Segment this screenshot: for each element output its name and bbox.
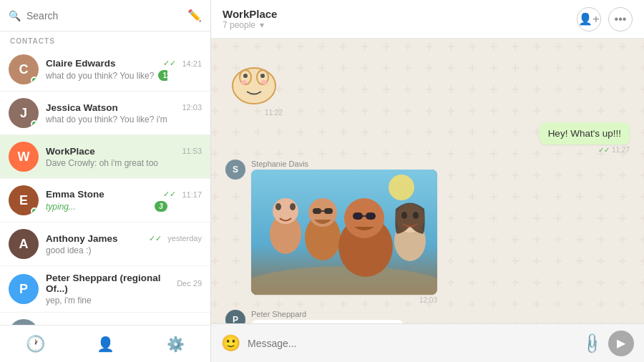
contact-list: CClaire Edwards✓✓14:21what do you think?… [0, 48, 210, 325]
contact-info: WorkPlace11:53Dave Crowly: oh i'm great … [46, 146, 202, 168]
contact-info: Emma Stone✓✓11:17typing...3 [46, 189, 202, 212]
chat-subtitle[interactable]: 7 people ▾ [223, 20, 277, 30]
send-button[interactable]: ▶ [608, 331, 634, 356]
contact-top-row: Claire Edwards✓✓14:21 [46, 58, 202, 69]
contact-avatar: P [9, 274, 39, 304]
unread-badge: 12 [158, 70, 167, 81]
svg-point-12 [275, 203, 281, 210]
contact-item-peter[interactable]: PPeter Sheppard (regional Of...)Dec 29ye… [0, 266, 210, 313]
search-icon: 🔍 [9, 10, 21, 21]
contact-name: Anthony James [46, 233, 118, 244]
contact-preview: typing...3 [46, 201, 167, 212]
contact-info: Jessica Watson12:03what do you think? Yo… [46, 102, 202, 124]
contact-time: 12:03 [182, 103, 202, 112]
svg-rect-22 [366, 212, 376, 220]
contact-item-workplace[interactable]: WWorkPlace11:53Dave Crowly: oh i'm great… [0, 135, 210, 179]
people-count: 7 people [223, 20, 255, 30]
message-avatar: P [225, 310, 245, 323]
contact-name: WorkPlace [46, 146, 95, 157]
message-row: S Stephanie Davis [225, 160, 630, 304]
contact-time-wrap: 11:53 [177, 147, 202, 155]
online-indicator [31, 207, 38, 215]
search-input[interactable] [26, 10, 187, 21]
contact-avatar: W [9, 142, 39, 172]
contact-top-row: Peter Sheppard (regional Of...)Dec 29 [46, 273, 202, 294]
search-bar: 🔍 ✏️ [0, 0, 210, 31]
message-bubble-wrap: Hey! What's up!!! ✓✓ 11:27 [540, 122, 630, 154]
header-actions: 👤+ ••• [577, 7, 633, 31]
right-panel: WorkPlace 7 people ▾ 👤+ ••• [211, 0, 644, 362]
read-check: ✓✓ [598, 146, 610, 154]
contact-avatar: S [9, 319, 39, 325]
compose-icon[interactable]: ✏️ [187, 9, 202, 22]
message-bubble-wrap: Peter Sheppard It was the best weekend E… [251, 310, 404, 323]
contact-time-wrap: Dec 29 [172, 324, 202, 325]
left-panel: 🔍 ✏️ CONTACTS CClaire Edwards✓✓14:21what… [0, 0, 211, 362]
svg-point-5 [241, 80, 247, 84]
read-checkmark: ✓✓ [163, 59, 176, 68]
message-bubble: Hey! What's up!!! [540, 122, 630, 145]
message-input[interactable] [248, 338, 576, 349]
nav-contacts[interactable]: 👤 [87, 330, 123, 358]
chat-title: WorkPlace [223, 8, 277, 20]
contact-avatar: J [9, 98, 39, 128]
message-avatar: S [225, 160, 245, 180]
attach-button[interactable]: 📎 [580, 331, 605, 356]
svg-rect-21 [353, 212, 363, 220]
message-bubble-wrap: Stephanie Davis [251, 160, 437, 304]
sticker-message [225, 50, 283, 107]
nav-recent[interactable]: 🕐 [17, 330, 53, 358]
contact-top-row: Emma Stone✓✓11:17 [46, 189, 202, 200]
contact-avatar: A [9, 229, 39, 259]
message-bubble-wrap: 11:22 [225, 50, 283, 117]
contact-info: Claire Edwards✓✓14:21what do you think? … [46, 58, 202, 81]
contact-time-wrap: 12:03 [177, 103, 202, 112]
contact-name: Peter Sheppard (regional Of...) [46, 273, 172, 294]
contact-time-wrap: ✓✓yesterday [149, 234, 202, 243]
contact-info: Anthony James✓✓yesterdaygood idea :) [46, 233, 202, 255]
svg-point-6 [261, 80, 267, 84]
contact-item-anthony[interactable]: AAnthony James✓✓yesterdaygood idea :) [0, 222, 210, 266]
svg-point-26 [401, 212, 407, 219]
chat-input-area: 🙂 📎 ▶ [211, 323, 644, 362]
message-row: P Peter Sheppard It was the best weekend… [225, 310, 630, 323]
svg-point-8 [389, 175, 414, 200]
online-indicator [31, 120, 38, 127]
contact-info: Peter Sheppard (regional Of...)Dec 29yep… [46, 273, 202, 305]
contact-preview: good idea :) [46, 245, 167, 255]
emoji-button[interactable]: 🙂 [221, 334, 240, 353]
read-checkmark: ✓✓ [149, 234, 162, 243]
photo-inner [251, 170, 437, 295]
add-person-button[interactable]: 👤+ [577, 7, 601, 31]
svg-point-3 [243, 74, 248, 78]
contact-item-stephanie[interactable]: SStephanie DavisDec 29maybe next time [0, 313, 210, 325]
chat-header: WorkPlace 7 people ▾ 👤+ ••• [211, 0, 644, 39]
chat-header-info: WorkPlace 7 people ▾ [223, 8, 277, 30]
add-person-icon: 👤+ [578, 12, 599, 26]
nav-settings[interactable]: ⚙️ [157, 330, 193, 358]
contact-time: Dec 29 [177, 279, 202, 288]
photo-message [251, 170, 437, 295]
contact-time: 14:21 [182, 59, 202, 68]
contact-top-row: Anthony James✓✓yesterday [46, 233, 202, 244]
svg-rect-16 [313, 208, 321, 214]
contact-item-claire[interactable]: CClaire Edwards✓✓14:21what do you think?… [0, 48, 210, 92]
contact-preview: what do you think? You like?12 [46, 70, 167, 81]
message-time: 12:03 [251, 296, 437, 304]
svg-point-27 [413, 212, 419, 219]
contact-top-row: Stephanie DavisDec 29 [46, 323, 202, 326]
contact-preview: yep, i'm fine [46, 295, 167, 305]
more-options-button[interactable]: ••• [608, 7, 633, 31]
contact-time: 11:17 [182, 190, 202, 199]
contact-name: Claire Edwards [46, 58, 116, 69]
messages-area: 11:22 Hey! What's up!!! ✓✓ 11:27 S Steph… [211, 39, 644, 323]
contact-top-row: WorkPlace11:53 [46, 146, 202, 157]
svg-point-20 [344, 198, 384, 238]
contact-item-emma[interactable]: EEmma Stone✓✓11:17typing...3 [0, 179, 210, 222]
message-time: 11:22 [225, 109, 283, 117]
svg-point-4 [260, 74, 265, 78]
contact-time-wrap: Dec 29 [172, 279, 202, 288]
contact-item-jessica[interactable]: JJessica Watson12:03what do you think? Y… [0, 92, 210, 135]
contact-time-wrap: ✓✓14:21 [163, 59, 202, 68]
unread-badge: 3 [155, 201, 167, 212]
